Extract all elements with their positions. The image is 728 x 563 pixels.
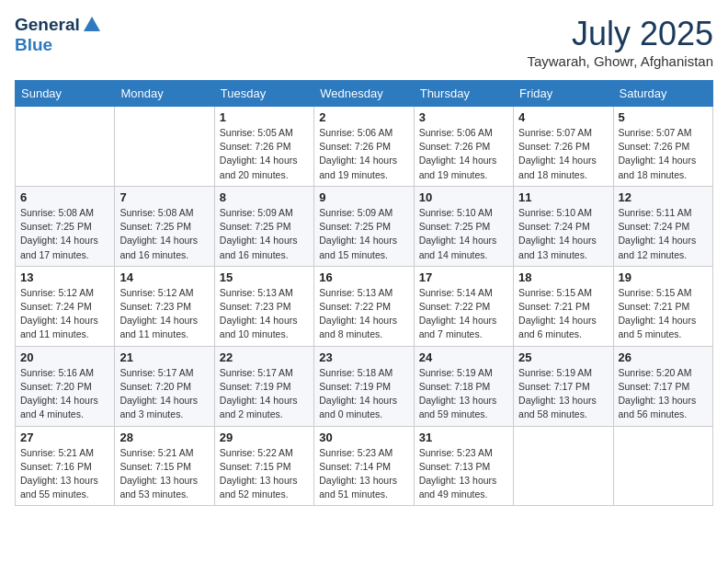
day-number: 1	[220, 110, 309, 124]
location: Taywarah, Ghowr, Afghanistan	[527, 53, 713, 69]
calendar-cell: 1Sunrise: 5:05 AMSunset: 7:26 PMDaylight…	[214, 107, 313, 187]
day-info: Sunrise: 5:11 AMSunset: 7:24 PMDaylight:…	[619, 206, 708, 262]
day-number: 15	[220, 270, 309, 284]
day-info: Sunrise: 5:19 AMSunset: 7:17 PMDaylight:…	[518, 366, 608, 422]
title-block: July 2025 Taywarah, Ghowr, Afghanistan	[527, 15, 713, 69]
day-number: 31	[419, 431, 508, 444]
logo-general: General	[15, 15, 80, 35]
calendar-week-row: 20Sunrise: 5:16 AMSunset: 7:20 PMDayligh…	[16, 346, 713, 426]
weekday-header: Tuesday	[214, 81, 313, 107]
calendar-cell: 27Sunrise: 5:21 AMSunset: 7:16 PMDayligh…	[16, 426, 115, 506]
calendar-cell: 22Sunrise: 5:17 AMSunset: 7:19 PMDayligh…	[214, 346, 313, 426]
calendar-cell: 23Sunrise: 5:18 AMSunset: 7:19 PMDayligh…	[314, 346, 414, 426]
day-info: Sunrise: 5:22 AMSunset: 7:15 PMDaylight:…	[220, 446, 309, 502]
day-number: 8	[220, 190, 309, 204]
calendar-cell	[514, 426, 613, 506]
day-number: 25	[518, 350, 608, 364]
calendar-cell: 20Sunrise: 5:16 AMSunset: 7:20 PMDayligh…	[16, 346, 115, 426]
calendar-cell: 4Sunrise: 5:07 AMSunset: 7:26 PMDaylight…	[514, 107, 613, 187]
day-info: Sunrise: 5:21 AMSunset: 7:15 PMDaylight:…	[119, 446, 209, 502]
calendar-cell: 24Sunrise: 5:19 AMSunset: 7:18 PMDayligh…	[414, 346, 513, 426]
day-info: Sunrise: 5:20 AMSunset: 7:17 PMDaylight:…	[619, 366, 708, 422]
calendar-week-row: 27Sunrise: 5:21 AMSunset: 7:16 PMDayligh…	[16, 426, 713, 506]
calendar-cell: 30Sunrise: 5:23 AMSunset: 7:14 PMDayligh…	[314, 426, 414, 506]
calendar-cell: 26Sunrise: 5:20 AMSunset: 7:17 PMDayligh…	[613, 346, 712, 426]
calendar-cell: 21Sunrise: 5:17 AMSunset: 7:20 PMDayligh…	[115, 346, 214, 426]
calendar-cell	[115, 107, 214, 187]
day-info: Sunrise: 5:09 AMSunset: 7:25 PMDaylight:…	[319, 206, 408, 262]
calendar-cell: 12Sunrise: 5:11 AMSunset: 7:24 PMDayligh…	[613, 186, 712, 266]
calendar-week-row: 6Sunrise: 5:08 AMSunset: 7:25 PMDaylight…	[16, 186, 713, 266]
day-number: 24	[419, 350, 508, 364]
day-info: Sunrise: 5:21 AMSunset: 7:16 PMDaylight:…	[20, 446, 109, 502]
weekday-header: Saturday	[613, 81, 712, 107]
logo-blue: Blue	[15, 35, 52, 55]
calendar-cell: 18Sunrise: 5:15 AMSunset: 7:21 PMDayligh…	[514, 266, 613, 346]
weekday-header: Friday	[514, 81, 613, 107]
day-info: Sunrise: 5:23 AMSunset: 7:14 PMDaylight:…	[319, 446, 408, 502]
day-number: 20	[20, 350, 109, 364]
day-info: Sunrise: 5:07 AMSunset: 7:26 PMDaylight:…	[518, 126, 608, 182]
logo: General Blue	[15, 15, 102, 55]
day-number: 30	[319, 431, 408, 444]
day-number: 10	[419, 190, 508, 204]
day-info: Sunrise: 5:13 AMSunset: 7:22 PMDaylight:…	[319, 286, 408, 342]
day-info: Sunrise: 5:17 AMSunset: 7:20 PMDaylight:…	[119, 366, 209, 422]
calendar-cell: 16Sunrise: 5:13 AMSunset: 7:22 PMDayligh…	[314, 266, 414, 346]
svg-marker-0	[84, 17, 100, 31]
day-info: Sunrise: 5:12 AMSunset: 7:23 PMDaylight:…	[119, 286, 209, 342]
calendar-week-row: 1Sunrise: 5:05 AMSunset: 7:26 PMDaylight…	[16, 107, 713, 187]
day-number: 29	[220, 431, 309, 444]
calendar-cell	[613, 426, 712, 506]
day-info: Sunrise: 5:05 AMSunset: 7:26 PMDaylight:…	[220, 126, 309, 182]
day-info: Sunrise: 5:06 AMSunset: 7:26 PMDaylight:…	[419, 126, 508, 182]
logo-icon	[82, 15, 102, 35]
calendar-week-row: 13Sunrise: 5:12 AMSunset: 7:24 PMDayligh…	[16, 266, 713, 346]
calendar-cell: 15Sunrise: 5:13 AMSunset: 7:23 PMDayligh…	[214, 266, 313, 346]
day-number: 23	[319, 350, 408, 364]
day-info: Sunrise: 5:16 AMSunset: 7:20 PMDaylight:…	[20, 366, 109, 422]
day-number: 6	[20, 190, 109, 204]
day-number: 13	[20, 270, 109, 284]
calendar-cell: 14Sunrise: 5:12 AMSunset: 7:23 PMDayligh…	[115, 266, 214, 346]
calendar-cell: 5Sunrise: 5:07 AMSunset: 7:26 PMDaylight…	[613, 107, 712, 187]
calendar-header-row: SundayMondayTuesdayWednesdayThursdayFrid…	[16, 81, 713, 107]
calendar-cell: 11Sunrise: 5:10 AMSunset: 7:24 PMDayligh…	[514, 186, 613, 266]
day-number: 5	[619, 110, 708, 124]
day-number: 2	[319, 110, 408, 124]
day-info: Sunrise: 5:12 AMSunset: 7:24 PMDaylight:…	[20, 286, 109, 342]
day-number: 16	[319, 270, 408, 284]
day-number: 7	[119, 190, 209, 204]
day-info: Sunrise: 5:17 AMSunset: 7:19 PMDaylight:…	[220, 366, 309, 422]
calendar-cell	[16, 107, 115, 187]
day-number: 17	[419, 270, 508, 284]
day-number: 26	[619, 350, 708, 364]
day-info: Sunrise: 5:08 AMSunset: 7:25 PMDaylight:…	[119, 206, 209, 262]
day-info: Sunrise: 5:10 AMSunset: 7:24 PMDaylight:…	[518, 206, 608, 262]
day-info: Sunrise: 5:19 AMSunset: 7:18 PMDaylight:…	[419, 366, 508, 422]
month-title: July 2025	[527, 15, 713, 53]
calendar-cell: 17Sunrise: 5:14 AMSunset: 7:22 PMDayligh…	[414, 266, 513, 346]
day-number: 3	[419, 110, 508, 124]
day-info: Sunrise: 5:10 AMSunset: 7:25 PMDaylight:…	[419, 206, 508, 262]
calendar-cell: 25Sunrise: 5:19 AMSunset: 7:17 PMDayligh…	[514, 346, 613, 426]
calendar-cell: 13Sunrise: 5:12 AMSunset: 7:24 PMDayligh…	[16, 266, 115, 346]
calendar-cell: 6Sunrise: 5:08 AMSunset: 7:25 PMDaylight…	[16, 186, 115, 266]
weekday-header: Thursday	[414, 81, 513, 107]
calendar-cell: 29Sunrise: 5:22 AMSunset: 7:15 PMDayligh…	[214, 426, 313, 506]
calendar-cell: 10Sunrise: 5:10 AMSunset: 7:25 PMDayligh…	[414, 186, 513, 266]
day-info: Sunrise: 5:15 AMSunset: 7:21 PMDaylight:…	[619, 286, 708, 342]
day-number: 27	[20, 431, 109, 444]
day-info: Sunrise: 5:23 AMSunset: 7:13 PMDaylight:…	[419, 446, 508, 502]
calendar-cell: 9Sunrise: 5:09 AMSunset: 7:25 PMDaylight…	[314, 186, 414, 266]
day-number: 28	[119, 431, 209, 444]
calendar-cell: 19Sunrise: 5:15 AMSunset: 7:21 PMDayligh…	[613, 266, 712, 346]
day-number: 12	[619, 190, 708, 204]
day-info: Sunrise: 5:15 AMSunset: 7:21 PMDaylight:…	[518, 286, 608, 342]
day-number: 9	[319, 190, 408, 204]
day-info: Sunrise: 5:13 AMSunset: 7:23 PMDaylight:…	[220, 286, 309, 342]
day-number: 21	[119, 350, 209, 364]
weekday-header: Sunday	[16, 81, 115, 107]
day-number: 14	[119, 270, 209, 284]
day-number: 19	[619, 270, 708, 284]
